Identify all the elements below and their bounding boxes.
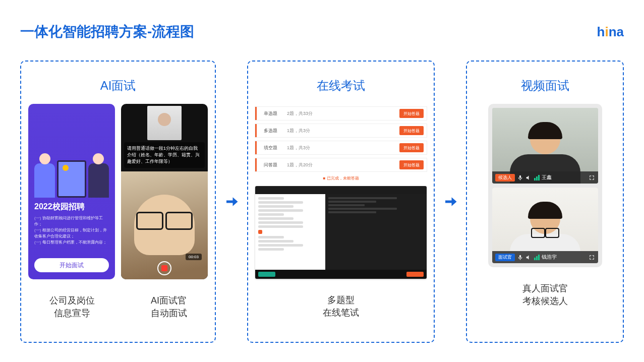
panel-online-exam: 在线考试 单选题2题，共33分开始答题 多选题1题，共3分开始答题 填空题1题，… xyxy=(247,61,435,343)
interviewer-thumbnail xyxy=(147,106,182,140)
candidate-video-tile: 候选人 王鑫 xyxy=(492,108,598,184)
exam-note: ■ 已完成，未能答题 xyxy=(255,175,427,181)
speaker-icon[interactable] xyxy=(525,174,532,181)
exam-row: 单选题2题，共33分开始答题 xyxy=(255,107,427,120)
interviewer-video-tile: 面试官 钱浩宇 xyxy=(492,188,598,263)
caption: 公司及岗位信息宣导 xyxy=(49,294,95,320)
page-title: 一体化智能招聘方案-流程图 xyxy=(20,22,194,41)
interviewer-name: 钱浩宇 xyxy=(542,254,557,261)
signal-icon xyxy=(534,175,540,180)
glasses-icon xyxy=(136,212,193,229)
start-answer-button[interactable]: 开始答题 xyxy=(399,160,424,169)
flow-arrow-icon xyxy=(223,194,240,209)
video-call-widget: 候选人 王鑫 面试官 钱浩宇 xyxy=(488,104,602,267)
speaker-icon[interactable] xyxy=(525,254,532,261)
fullscreen-icon[interactable] xyxy=(589,174,595,181)
panel-video-interview: 视频面试 候选人 王鑫 面试官 xyxy=(466,61,624,343)
panel-ai-interview: AI面试 2022校园招聘 协助财富顾问进行管理和维护等工作； 根据公司的经营目… xyxy=(20,61,216,343)
submit-button[interactable] xyxy=(406,272,424,277)
signal-icon xyxy=(534,255,540,260)
exam-row: 问答题1题，共20分开始答题 xyxy=(255,158,427,171)
marker-icon xyxy=(258,230,262,234)
interview-prompt: 请用普通话做一段1分钟左右的自我介绍（姓名、年龄、学历、籍贯、兴趣爱好、工作年限… xyxy=(124,142,205,168)
fullscreen-icon[interactable] xyxy=(589,254,595,261)
candidate-name: 王鑫 xyxy=(542,174,552,181)
campus-desc-line: 协助财富顾问进行管理和维护等工作； xyxy=(34,215,109,227)
caption: 多题型在线笔试 xyxy=(323,294,359,319)
campus-intro-card: 2022校园招聘 协助财富顾问进行管理和维护等工作； 根据公司的经营目标，制定计… xyxy=(28,104,115,279)
coding-exam-ui xyxy=(255,186,427,279)
ai-interview-video: 请用普通话做一段1分钟左右的自我介绍（姓名、年龄、学历、籍贯、兴趣爱好、工作年限… xyxy=(121,104,208,279)
record-timer: 00:03 xyxy=(186,254,202,260)
start-answer-button[interactable]: 开始答题 xyxy=(399,109,424,118)
mic-icon[interactable] xyxy=(517,174,523,181)
record-button[interactable] xyxy=(157,261,171,275)
campus-heading: 2022校园招聘 xyxy=(34,202,109,212)
run-button[interactable] xyxy=(258,272,275,277)
campus-desc-line: 根据公司的经营目标，制定计划，并收集客户合理化建议； xyxy=(34,227,109,239)
mic-icon[interactable] xyxy=(517,254,523,261)
start-interview-button[interactable]: 开始面试 xyxy=(34,258,109,272)
panel-title: 在线考试 xyxy=(317,78,365,94)
exam-row: 多选题1题，共3分开始答题 xyxy=(255,124,427,137)
exam-row: 填空题1题，共3分开始答题 xyxy=(255,141,427,154)
start-answer-button[interactable]: 开始答题 xyxy=(399,126,424,135)
flow-arrow-icon xyxy=(442,194,459,209)
exam-question-list: 单选题2题，共33分开始答题 多选题1题，共3分开始答题 填空题1题，共3分开始… xyxy=(255,107,427,186)
caption: AI面试官自动面试 xyxy=(151,294,187,320)
candidate-tag: 候选人 xyxy=(495,174,515,182)
start-answer-button[interactable]: 开始答题 xyxy=(399,143,424,152)
panel-title: AI面试 xyxy=(100,78,136,94)
panel-title: 视频面试 xyxy=(521,78,569,94)
caption: 真人面试官考核候选人 xyxy=(522,282,568,308)
campus-desc-line: 每日整理客户档案，不能泄露内容； xyxy=(34,239,109,246)
illustration xyxy=(34,111,109,198)
brand-logo: hina xyxy=(597,24,624,40)
interviewer-tag: 面试官 xyxy=(495,254,515,261)
